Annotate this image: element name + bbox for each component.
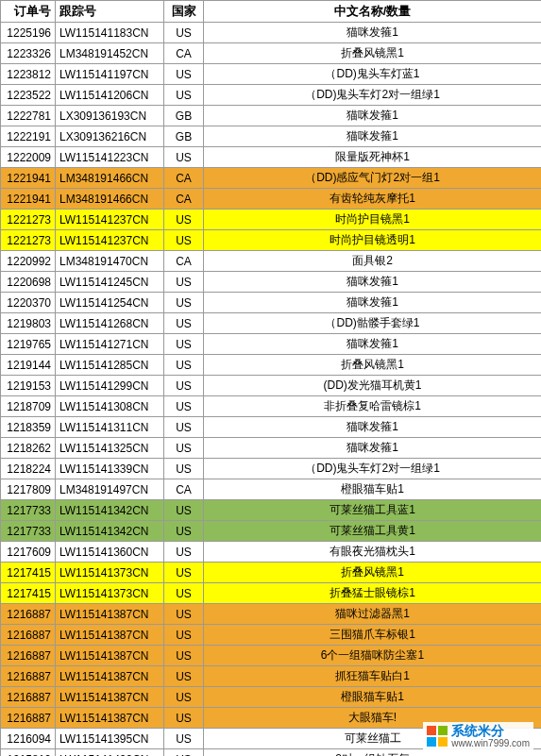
table-row: 1222009LW115141223CNUS限量版死神杯1 (1, 147, 542, 168)
orders-table: 订单号 跟踪号 国家 中文名称/数量 1225196LW115141183CNU… (0, 0, 541, 756)
cell-desc: （DD)鬼头车灯蓝1 (204, 64, 542, 85)
cell-track: LW115141325CN (56, 438, 164, 459)
cell-track: LW115141342CN (56, 500, 164, 521)
cell-order: 1215810 (1, 749, 56, 757)
table-row: 1217733LW115141342CNUS可莱丝猫工具蓝1 (1, 500, 542, 521)
table-row: 1221273LW115141237CNUS时尚护目镜透明1 (1, 230, 542, 251)
cell-order: 1219144 (1, 355, 56, 376)
cell-order: 1222191 (1, 126, 56, 147)
cell-desc: 有齿轮纯灰摩托1 (204, 189, 542, 210)
cell-track: LW115141254CN (56, 293, 164, 313)
table-row: 1216887LW115141387CNUS6个一组猫咪防尘塞1 (1, 646, 542, 666)
cell-desc: 折叠风镜黑1 (204, 563, 542, 583)
table-row: 1221941LM348191466CNCA（DD)感应气门灯2对一组1 (1, 168, 542, 189)
cell-order: 1219765 (1, 334, 56, 355)
table-row: 1218224LW115141339CNUS（DD)鬼头车灯2对一组绿1 (1, 459, 542, 479)
cell-country: US (164, 334, 204, 355)
cell-country: US (164, 85, 204, 106)
cell-track: LW115141387CN (56, 646, 164, 666)
cell-desc: 猫咪发箍1 (204, 126, 542, 147)
table-row: 1218709LW115141308CNUS非折叠复哈雷镜棕1 (1, 396, 542, 417)
cell-track: LW115141271CN (56, 334, 164, 355)
cell-order: 1223812 (1, 64, 56, 85)
cell-order: 1220370 (1, 293, 56, 313)
cell-country: US (164, 583, 204, 604)
header-country: 国家 (164, 1, 204, 23)
cell-track: LW115141395CN (56, 729, 164, 749)
cell-order: 1222009 (1, 147, 56, 168)
table-row: 1218359LW115141311CNUS猫咪发箍1 (1, 417, 542, 438)
watermark-brand: 系统米分 (451, 724, 504, 738)
cell-desc: 折叠猛士眼镜棕1 (204, 583, 542, 604)
logo-icon (427, 726, 448, 747)
cell-track: LW115141387CN (56, 708, 164, 729)
cell-order: 1223326 (1, 43, 56, 64)
cell-desc: 猫咪发箍1 (204, 293, 542, 313)
cell-desc: 6个一组猫咪防尘塞1 (204, 646, 542, 666)
header-row: 订单号 跟踪号 国家 中文名称/数量 (1, 1, 542, 23)
cell-country: US (164, 500, 204, 521)
cell-desc: 抓狂猫车贴白1 (204, 666, 542, 687)
cell-desc: （DD)鬼头车灯2对一组绿1 (204, 459, 542, 479)
cell-order: 1219803 (1, 313, 56, 334)
cell-order: 1219153 (1, 376, 56, 396)
cell-desc: 橙眼猫车贴1 (204, 479, 542, 500)
table-row: 1219153LW115141299CNUS(DD)发光猫耳机黄1 (1, 376, 542, 396)
cell-desc: 折叠风镜黑1 (204, 43, 542, 64)
table-row: 1217415LW115141373CNUS折叠猛士眼镜棕1 (1, 583, 542, 604)
cell-country: CA (164, 168, 204, 189)
cell-track: LW115141285CN (56, 355, 164, 376)
cell-track: LM348191452CN (56, 43, 164, 64)
cell-desc: 有眼夜光猫枕头1 (204, 542, 542, 563)
cell-order: 1217415 (1, 563, 56, 583)
cell-track: LW115141237CN (56, 210, 164, 230)
cell-country: US (164, 646, 204, 666)
cell-country: US (164, 396, 204, 417)
table-row: 1216887LW115141387CNUS三围猫爪车标银1 (1, 625, 542, 646)
cell-country: US (164, 230, 204, 251)
cell-track: LX309136216CN (56, 126, 164, 147)
header-order: 订单号 (1, 1, 56, 23)
cell-desc: 面具银2 (204, 251, 542, 272)
cell-order: 1221941 (1, 189, 56, 210)
table-row: 1222781LX309136193CNGB猫咪发箍1 (1, 106, 542, 126)
cell-desc: 三围猫爪车标银1 (204, 625, 542, 646)
cell-country: US (164, 666, 204, 687)
table-row: 1221941LM348191466CNCA有齿轮纯灰摩托1 (1, 189, 542, 210)
table-row: 1223812LW115141197CNUS（DD)鬼头车灯蓝1 (1, 64, 542, 85)
cell-order: 1216887 (1, 687, 56, 708)
cell-country: US (164, 293, 204, 313)
cell-track: LW115141360CN (56, 542, 164, 563)
table-row: 1220370LW115141254CNUS猫咪发箍1 (1, 293, 542, 313)
cell-order: 1221273 (1, 210, 56, 230)
cell-order: 1216887 (1, 604, 56, 625)
cell-country: US (164, 417, 204, 438)
cell-country: US (164, 355, 204, 376)
header-desc: 中文名称/数量 (204, 1, 542, 23)
cell-track: LM348191470CN (56, 251, 164, 272)
cell-country: GB (164, 126, 204, 147)
cell-desc: 猫咪发箍1 (204, 272, 542, 293)
table-row: 1216887LW115141387CNUS橙眼猫车贴1 (1, 687, 542, 708)
cell-track: LM348191466CN (56, 189, 164, 210)
cell-country: US (164, 459, 204, 479)
cell-country: US (164, 376, 204, 396)
cell-track: LW115141237CN (56, 230, 164, 251)
cell-desc: 猫咪发箍1 (204, 417, 542, 438)
table-row: 1219144LW115141285CNUS折叠风镜黑1 (1, 355, 542, 376)
cell-country: US (164, 729, 204, 749)
cell-desc: (DD)发光猫耳机黄1 (204, 376, 542, 396)
table-row: 1216887LW115141387CNUS猫咪过滤器黑1 (1, 604, 542, 625)
cell-track: LM348191466CN (56, 168, 164, 189)
table-row: 1219803LW115141268CNUS（DD)骷髅手套绿1 (1, 313, 542, 334)
cell-track: LX309136193CN (56, 106, 164, 126)
cell-desc: （DD)感应气门灯2对一组1 (204, 168, 542, 189)
cell-desc: 猫咪发箍1 (204, 334, 542, 355)
cell-order: 1216887 (1, 646, 56, 666)
table-row: 1220698LW115141245CNUS猫咪发箍1 (1, 272, 542, 293)
cell-order: 1218709 (1, 396, 56, 417)
cell-track: LW115141400CN (56, 749, 164, 757)
cell-desc: 非折叠复哈雷镜棕1 (204, 396, 542, 417)
cell-order: 1225196 (1, 23, 56, 43)
cell-order: 1216094 (1, 729, 56, 749)
